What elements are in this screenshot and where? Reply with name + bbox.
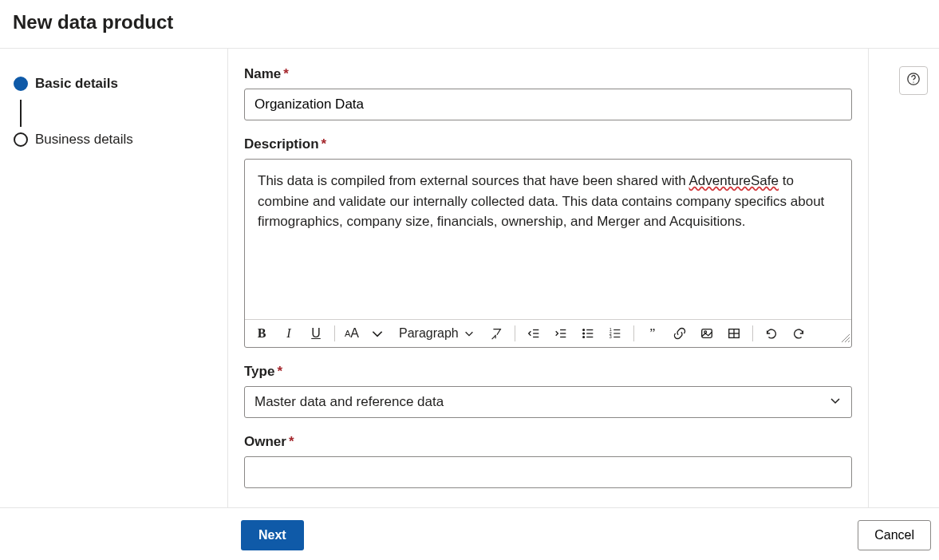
owner-label: Owner* [244, 434, 852, 450]
svg-point-6 [582, 329, 584, 331]
bullet-list-button[interactable] [579, 325, 597, 342]
spellcheck-word: AdventureSafe [689, 173, 779, 188]
step-dot-inactive-icon [14, 132, 28, 147]
required-marker: * [289, 434, 294, 449]
editor-toolbar: B I U AA Paragraph [245, 319, 851, 347]
page-title: New data product [13, 11, 926, 34]
required-marker: * [283, 66, 289, 81]
step-connector [20, 100, 22, 127]
type-select[interactable]: Master data and reference data [244, 386, 852, 418]
footer: Next Cancel [0, 507, 939, 560]
separator [515, 325, 515, 341]
chevron-down-icon [829, 394, 842, 411]
separator [752, 325, 753, 341]
paragraph-style-button[interactable]: Paragraph [396, 326, 478, 341]
quote-button[interactable]: ” [644, 325, 661, 342]
required-marker: * [322, 136, 327, 152]
link-button[interactable] [671, 325, 688, 342]
underline-button[interactable]: U [307, 325, 325, 342]
form-area: Name* Description* This data is compiled… [227, 49, 869, 507]
bold-button[interactable]: B [253, 325, 270, 342]
step-label: Basic details [35, 76, 118, 92]
svg-point-8 [582, 333, 584, 334]
step-basic-details[interactable]: Basic details [10, 71, 218, 97]
owner-input[interactable] [244, 456, 852, 488]
separator [334, 325, 335, 341]
indent-button[interactable] [552, 325, 570, 342]
step-label: Business details [35, 132, 133, 148]
type-label: Type* [244, 364, 852, 380]
svg-text:3: 3 [610, 334, 612, 339]
help-button[interactable] [899, 66, 928, 95]
chevron-down-icon[interactable] [369, 325, 386, 342]
help-icon [906, 72, 921, 90]
clear-format-button[interactable] [487, 325, 505, 342]
next-button[interactable]: Next [241, 520, 304, 550]
name-label: Name* [244, 66, 852, 82]
separator [633, 325, 634, 341]
svg-point-19 [704, 331, 707, 333]
resize-handle-icon[interactable] [840, 331, 850, 345]
font-size-button[interactable]: AA [345, 325, 359, 342]
undo-button[interactable] [763, 325, 780, 342]
svg-point-10 [582, 337, 584, 338]
cancel-button[interactable]: Cancel [858, 520, 931, 550]
name-input[interactable] [244, 89, 852, 120]
step-dot-active-icon [14, 77, 28, 91]
step-nav: Basic details Business details [0, 49, 227, 507]
description-textarea[interactable]: This data is compiled from external sour… [245, 160, 851, 319]
redo-button[interactable] [790, 325, 807, 342]
outdent-button[interactable] [525, 325, 542, 342]
italic-button[interactable]: I [280, 325, 298, 342]
required-marker: * [277, 364, 282, 379]
svg-point-27 [913, 81, 913, 82]
image-button[interactable] [698, 325, 716, 342]
table-button[interactable] [725, 325, 743, 342]
svg-line-25 [848, 341, 850, 342]
description-editor: This data is compiled from external sour… [244, 159, 852, 348]
type-selected-value: Master data and reference data [254, 394, 444, 410]
description-label: Description* [244, 136, 852, 152]
step-business-details[interactable]: Business details [10, 127, 218, 152]
number-list-button[interactable]: 123 [606, 325, 624, 342]
